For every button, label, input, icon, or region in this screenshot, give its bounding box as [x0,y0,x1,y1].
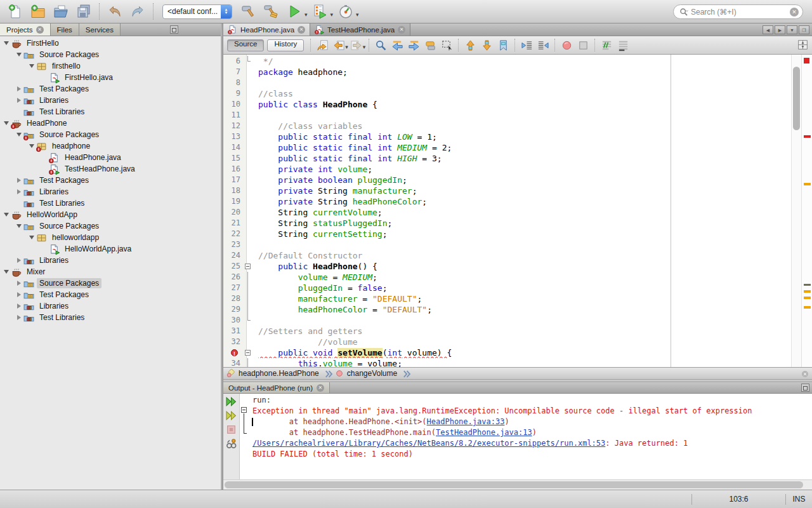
code-line[interactable]: 30 [223,315,791,326]
run-dropdown-icon[interactable]: ▾ [304,11,308,18]
rerun-button[interactable] [226,396,237,407]
code-line[interactable]: 23 [223,239,791,250]
tree-item[interactable]: Test Packages [0,289,221,300]
code-line[interactable]: 28 manufacturer = "DEFAULT"; [223,293,791,304]
find-next-button[interactable] [407,38,421,52]
bm-prev-button[interactable] [463,38,477,52]
tree-item[interactable]: Test Libraries [0,106,221,117]
last-edit-button[interactable] [315,38,329,52]
ant-button[interactable] [226,438,237,449]
output-console[interactable]: run:Exception in thread "main" java.lang… [240,394,812,479]
tree-item[interactable]: Source Packages [0,129,221,140]
expand-arrow-icon[interactable] [15,280,22,287]
clear-search-icon[interactable]: ✕ [790,8,799,17]
scrollbar-thumb[interactable] [225,481,803,488]
insert-mode-indicator[interactable]: INS [786,495,812,504]
error-stripe-mark[interactable] [804,284,811,286]
expand-arrow-icon[interactable] [15,291,22,298]
code-line[interactable]: 21 String statusPluggedIn; [223,218,791,229]
shift-left-button[interactable] [520,38,534,52]
rerun-alt-button[interactable] [226,410,237,421]
tree-item[interactable]: Test Packages [0,83,221,95]
tree-item[interactable]: Source Packages [0,277,221,289]
split-document-button[interactable] [797,39,808,50]
find-prev-button[interactable] [390,38,404,52]
bm-toggle-button[interactable] [496,38,510,52]
editor-vertical-scrollbar[interactable] [791,55,801,367]
comment-button[interactable] [599,38,613,52]
editor-tab[interactable]: HeadPhone.java✕ [223,23,310,36]
panel-tab-files[interactable]: Files [51,23,79,36]
tree-item[interactable]: Mixer [0,266,221,277]
nav-fwd-dropdown-icon[interactable]: ▾ [363,44,366,50]
code-line[interactable]: 7package headphone; [223,67,791,77]
code-line[interactable]: 26 volume = MEDIUM; [223,272,791,283]
maximize-window-button[interactable]: ❐ [799,25,809,34]
close-tab-icon[interactable]: ✕ [398,26,405,34]
nav-back-dropdown-icon[interactable]: ▾ [345,44,348,50]
close-tab-icon[interactable]: ✕ [298,26,305,34]
expand-arrow-icon[interactable] [15,303,22,310]
macro-rec-button[interactable] [560,38,573,52]
expand-arrow-icon[interactable] [15,189,22,196]
bm-next-button[interactable] [480,38,494,52]
tree-item[interactable]: headphone [0,140,221,152]
code-line[interactable]: 12 //class variables [223,121,791,131]
run-button[interactable] [285,3,303,20]
error-stripe-mark[interactable] [804,135,811,138]
clean-build-button[interactable] [263,3,280,20]
error-stripe[interactable] [801,55,812,367]
expand-arrow-icon[interactable] [28,143,35,150]
code-line[interactable]: 10public class HeadPhone { [223,99,791,110]
tree-item[interactable]: Test Packages [0,175,221,186]
breadcrumb-close-icon[interactable] [801,370,809,380]
code-editor[interactable]: 6 */7package headphone;89//class10public… [223,55,812,367]
error-stripe-mark[interactable] [804,58,809,64]
code-line[interactable]: 11 [223,110,791,121]
tree-item[interactable]: HeadPhone [0,117,221,129]
tree-item[interactable]: Test Libraries [0,312,221,323]
close-tab-icon[interactable]: ✕ [317,384,324,392]
build-button[interactable] [240,3,258,20]
code-line[interactable]: 14 public static final int MEDIUM = 2; [223,142,791,153]
code-line[interactable]: 24//Default Constructor [223,250,791,261]
output-fold-control[interactable] [241,407,247,413]
editor-tab[interactable]: TestHeadPhone.java✕ [310,23,410,36]
tree-item[interactable]: Libraries [0,95,221,106]
tree-item[interactable]: HelloWorldApp.java [0,243,221,255]
expand-arrow-icon[interactable] [3,269,10,276]
debug-dropdown-icon[interactable]: ▾ [331,11,334,18]
minimize-output-button[interactable] [801,384,809,392]
tab-list-dropdown-button[interactable]: ▼ [787,25,797,34]
error-stripe-mark[interactable] [804,183,811,185]
tree-item[interactable]: Libraries [0,255,221,266]
tree-item[interactable]: Test Libraries [0,197,221,209]
code-line[interactable]: 13 public static final int LOW = 1; [223,131,791,142]
code-line[interactable]: 19 private String headPhoneColor; [223,196,791,207]
code-line[interactable]: 31//Setters and getters [223,326,791,337]
view-button-source[interactable]: Source [227,39,264,51]
expand-arrow-icon[interactable] [15,51,22,58]
expand-arrow-icon[interactable] [15,223,22,230]
code-line[interactable]: 18 private String manufacturer; [223,185,791,196]
output-link[interactable]: /Users/rachealrivera/Library/Caches/NetB… [252,439,605,448]
code-line[interactable]: 17 private boolean pluggedIn; [223,175,791,185]
expand-arrow-icon[interactable] [3,211,10,218]
undo-button[interactable] [106,3,124,20]
code-line[interactable]: 29 headPhoneColor = "DEFAULT"; [223,304,791,315]
search-input[interactable] [691,8,790,17]
debug-button[interactable] [311,3,329,20]
nav-back-button[interactable] [332,38,346,52]
quick-search[interactable]: ✕ [673,4,803,19]
shift-right-button[interactable] [536,38,550,52]
minimize-panel-button[interactable] [170,25,178,34]
expand-arrow-icon[interactable] [3,40,10,47]
error-stripe-mark[interactable] [804,290,811,293]
code-line[interactable]: 27 pluggedIn = false; [223,283,791,293]
scrollbar-thumb[interactable] [793,67,800,130]
scroll-tabs-left-button[interactable]: ◀ [763,25,773,34]
tree-item[interactable]: helloworldapp [0,232,221,243]
expand-arrow-icon[interactable] [15,86,22,93]
close-tab-icon[interactable]: ✕ [36,26,44,34]
code-line[interactable]: public void setVolume(int volume) { [223,347,791,358]
